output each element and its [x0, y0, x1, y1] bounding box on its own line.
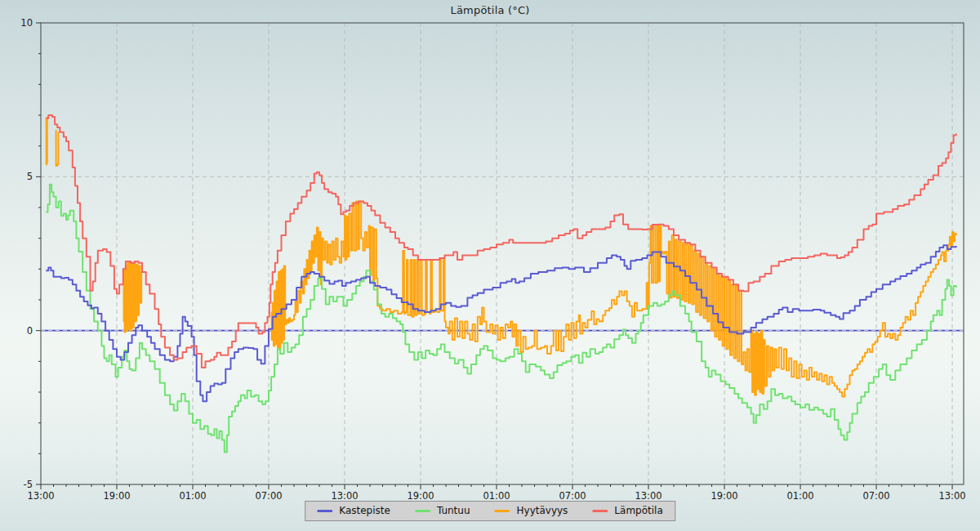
legend-item-kastepiste: Kastepiste: [317, 505, 390, 517]
legend-item-lampotila: Lämpötila: [592, 505, 662, 517]
tuntuu-line-swatch-icon: [415, 510, 430, 512]
legend-label-kastepiste: Kastepiste: [339, 505, 390, 517]
x-tick-label: 07:00: [255, 490, 282, 502]
x-tick-label: 13:00: [635, 490, 662, 502]
x-tick-label: 19:00: [103, 490, 130, 502]
hyytavyys-line-swatch-icon: [495, 510, 510, 512]
x-tick-label: 13:00: [331, 490, 358, 502]
x-tick-label: 13:00: [27, 490, 54, 502]
lampotila-line-swatch-icon: [592, 510, 608, 512]
series-line-Hyytävyys: [56, 131, 58, 166]
series-line-Hyytävyys: [46, 117, 47, 164]
y-tick-label: 10: [20, 17, 33, 29]
chart-legend: Kastepiste Tuntuu Hyytävyys Lämpötila: [305, 501, 675, 521]
series-lines: [46, 115, 956, 453]
y-tick-label: 5: [27, 171, 33, 182]
legend-label-lampotila: Lämpötila: [614, 505, 662, 517]
x-tick-label: 19:00: [407, 490, 434, 502]
x-tick-label: 07:00: [862, 490, 889, 502]
x-tick-label: 13:00: [938, 490, 965, 502]
kastepiste-line-swatch-icon: [317, 510, 332, 512]
legend-label-hyytavyys: Hyytävyys: [517, 505, 568, 517]
legend-item-tuntuu: Tuntuu: [415, 505, 470, 517]
y-axis-labels: -50510: [20, 17, 33, 490]
series-line-Hyytävyys: [123, 261, 141, 332]
legend-label-tuntuu: Tuntuu: [437, 505, 470, 517]
x-tick-label: 01:00: [786, 490, 813, 502]
x-tick-label: 19:00: [710, 490, 737, 502]
x-tick-label: 01:00: [483, 490, 510, 502]
legend-item-hyytavyys: Hyytävyys: [495, 505, 568, 517]
series-line-Hyytävyys: [271, 202, 956, 397]
temperature-line-chart: 13:0019:0001:0007:0013:0019:0001:0007:00…: [0, 0, 980, 531]
x-axis-labels: 13:0019:0001:0007:0013:0019:0001:0007:00…: [27, 490, 965, 502]
x-tick-label: 07:00: [559, 490, 586, 502]
y-tick-label: -5: [24, 479, 33, 490]
x-tick-label: 01:00: [179, 490, 206, 502]
y-tick-label: 0: [27, 325, 33, 337]
